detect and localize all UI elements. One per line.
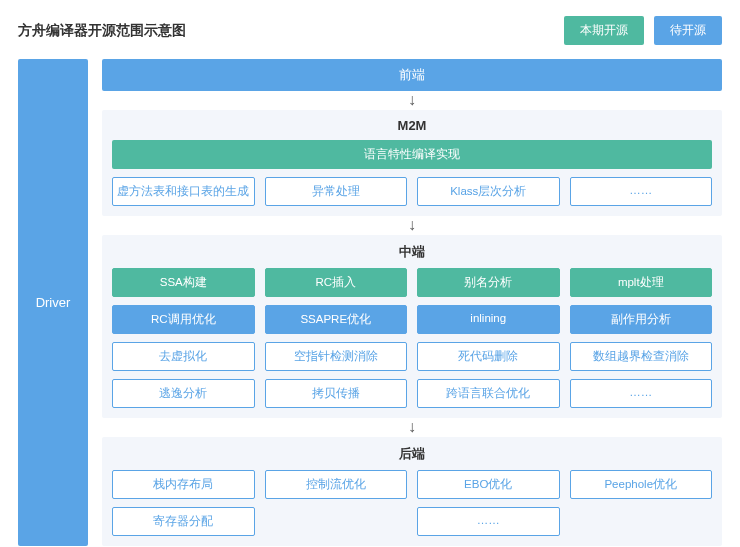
m2m-cell: 异常处理 xyxy=(265,177,408,206)
be-cell: 控制流优化 xyxy=(265,470,408,499)
stages-column: 前端 ↓ M2M 语言特性编译实现 虚方法表和接口表的生成 异常处理 Klass… xyxy=(102,59,722,546)
mid-cell: mplt处理 xyxy=(570,268,713,297)
middle-panel: 中端 SSA构建 RC插入 别名分析 mplt处理 RC调用优化 SSAPRE优… xyxy=(102,235,722,418)
mid-cell: 空指针检测消除 xyxy=(265,342,408,371)
mid-cell: SSAPRE优化 xyxy=(265,305,408,334)
be-cell: 寄存器分配 xyxy=(112,507,255,536)
m2m-cell: Klass层次分析 xyxy=(417,177,560,206)
m2m-wide: 语言特性编译实现 xyxy=(112,140,712,169)
be-cell: Peephole优化 xyxy=(570,470,713,499)
be-cell: EBO优化 xyxy=(417,470,560,499)
m2m-cell: 虚方法表和接口表的生成 xyxy=(112,177,255,206)
m2m-cell: …… xyxy=(570,177,713,206)
mid-cell: 副作用分析 xyxy=(570,305,713,334)
m2m-title: M2M xyxy=(112,118,712,133)
arrow-icon: ↓ xyxy=(102,420,722,434)
mid-cell: …… xyxy=(570,379,713,408)
be-cell: 栈内存布局 xyxy=(112,470,255,499)
mid-cell: 逃逸分析 xyxy=(112,379,255,408)
legend-future: 待开源 xyxy=(654,16,722,45)
m2m-row1: 虚方法表和接口表的生成 异常处理 Klass层次分析 …… xyxy=(112,177,712,206)
header: 方舟编译器开源范围示意图 本期开源 待开源 xyxy=(18,16,722,45)
middle-title: 中端 xyxy=(112,243,712,261)
backend-panel: 后端 栈内存布局 控制流优化 EBO优化 Peephole优化 寄存器分配 …… xyxy=(102,437,722,546)
be-cell: …… xyxy=(417,507,560,536)
arrow-icon: ↓ xyxy=(102,218,722,232)
mid-cell: inlining xyxy=(417,305,560,334)
mid-cell: 去虚拟化 xyxy=(112,342,255,371)
mid-cell: 死代码删除 xyxy=(417,342,560,371)
mid-cell: 别名分析 xyxy=(417,268,560,297)
main-layout: Driver 前端 ↓ M2M 语言特性编译实现 虚方法表和接口表的生成 异常处… xyxy=(18,59,722,546)
driver-label: Driver xyxy=(36,295,71,310)
frontend-stage: 前端 xyxy=(102,59,722,91)
arrow-icon: ↓ xyxy=(102,93,722,107)
mid-cell: RC调用优化 xyxy=(112,305,255,334)
page-title: 方舟编译器开源范围示意图 xyxy=(18,22,186,40)
driver-column: Driver xyxy=(18,59,88,546)
mid-cell: SSA构建 xyxy=(112,268,255,297)
mid-cell: 跨语言联合优化 xyxy=(417,379,560,408)
legend: 本期开源 待开源 xyxy=(564,16,722,45)
mid-cell: 拷贝传播 xyxy=(265,379,408,408)
backend-title: 后端 xyxy=(112,445,712,463)
legend-current: 本期开源 xyxy=(564,16,644,45)
mid-cell: 数组越界检查消除 xyxy=(570,342,713,371)
m2m-panel: M2M 语言特性编译实现 虚方法表和接口表的生成 异常处理 Klass层次分析 … xyxy=(102,110,722,216)
mid-cell: RC插入 xyxy=(265,268,408,297)
